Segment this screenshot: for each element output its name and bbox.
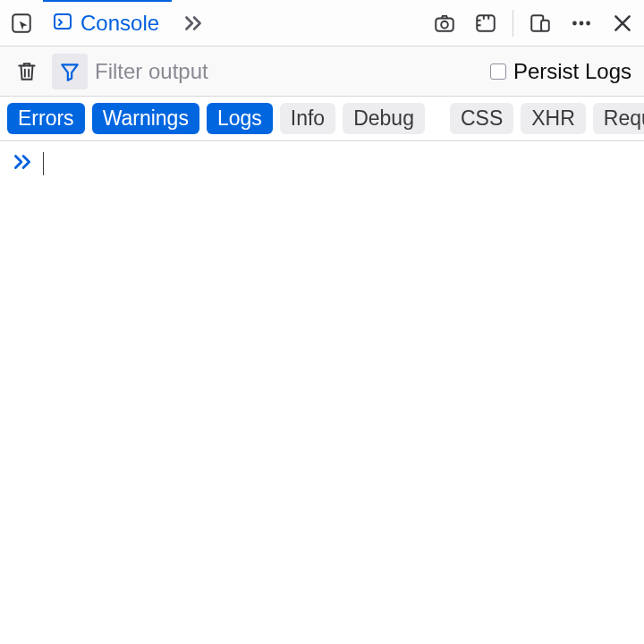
separator (513, 10, 513, 37)
svg-rect-4 (477, 15, 495, 30)
inspector-icon[interactable] (4, 5, 39, 41)
devices-icon[interactable] (522, 5, 558, 41)
filter-debug[interactable]: Debug (343, 103, 425, 135)
log-category-bar: Errors Warnings Logs Info Debug CSS XHR … (0, 97, 644, 141)
filter-warnings[interactable]: Warnings (92, 103, 199, 135)
prompt-chevrons-icon (11, 150, 34, 177)
persist-logs-label: Persist Logs (513, 59, 631, 84)
filter-input[interactable] (95, 54, 479, 89)
svg-rect-6 (541, 20, 549, 30)
svg-rect-2 (436, 18, 453, 30)
tab-console-label: Console (80, 11, 159, 36)
filter-errors[interactable]: Errors (7, 103, 85, 135)
funnel-icon[interactable] (52, 54, 88, 89)
close-icon[interactable] (605, 5, 640, 41)
more-icon[interactable] (564, 5, 599, 41)
tabs-overflow-button[interactable] (175, 5, 211, 41)
console-input[interactable] (53, 151, 633, 176)
console-icon (52, 11, 73, 36)
filter-requests[interactable]: Requests (593, 103, 644, 135)
console-filter-bar: Persist Logs (0, 47, 644, 97)
filter-xhr[interactable]: XHR (521, 103, 586, 135)
tab-console[interactable]: Console (43, 0, 172, 46)
ruler-icon[interactable] (468, 5, 504, 41)
trash-icon[interactable] (9, 54, 45, 89)
persist-logs-toggle[interactable]: Persist Logs (487, 59, 635, 84)
svg-rect-1 (55, 14, 71, 29)
svg-point-3 (441, 21, 448, 28)
text-caret (43, 152, 44, 175)
svg-point-8 (580, 21, 584, 25)
camera-icon[interactable] (427, 5, 462, 41)
filter-info[interactable]: Info (280, 103, 335, 135)
filter-logs[interactable]: Logs (207, 103, 273, 135)
toolbar-right-group (427, 5, 640, 41)
svg-point-7 (572, 21, 577, 25)
console-input-row (0, 141, 644, 186)
svg-point-9 (586, 21, 590, 25)
filter-css[interactable]: CSS (450, 103, 513, 135)
persist-logs-checkbox[interactable] (490, 64, 506, 80)
devtools-tabbar: Console (0, 0, 644, 47)
